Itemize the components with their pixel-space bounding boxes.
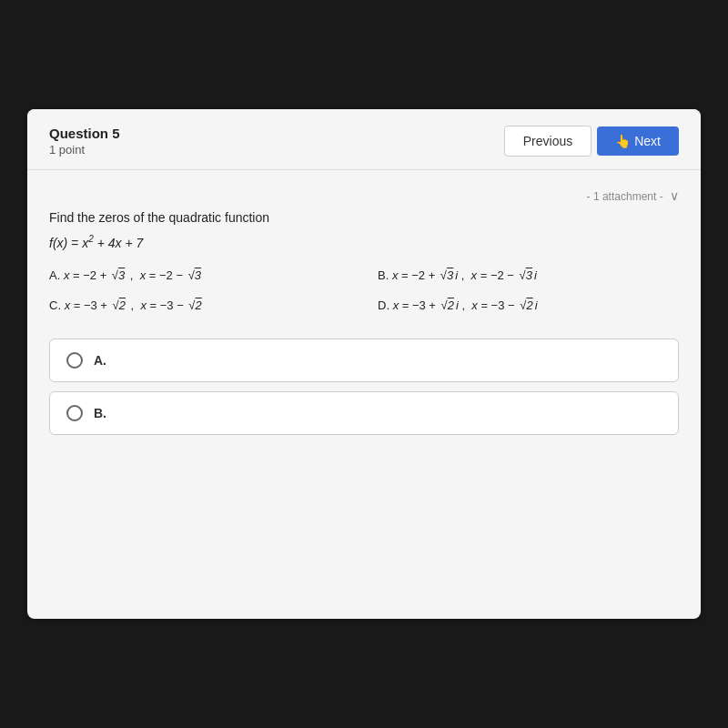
answer-option-A[interactable]: A.	[49, 339, 679, 382]
quiz-card: Question 5 1 point Previous 👆 Next - 1 a…	[27, 109, 701, 619]
next-label: Next	[634, 134, 661, 148]
card-header: Question 5 1 point Previous 👆 Next	[27, 109, 701, 170]
radio-A[interactable]	[66, 352, 83, 369]
previous-button[interactable]: Previous	[504, 126, 592, 157]
question-points: 1 point	[49, 143, 120, 157]
card-body: - 1 attachment - ∨ Find the zeros of the…	[27, 170, 701, 457]
nav-buttons: Previous 👆 Next	[504, 126, 679, 157]
function-expression: f(x) = x2 + 4x + 7	[49, 234, 679, 250]
answer-options: A. B.	[49, 339, 679, 435]
radio-B[interactable]	[66, 405, 83, 421]
question-text: Find the zeros of the quadratic function	[49, 210, 679, 225]
choice-C: C. x = −3 + 2 , x = −3 − 2	[49, 297, 350, 315]
choice-A: A. x = −2 + 3 , x = −2 − 3	[49, 267, 350, 285]
answer-label-B: B.	[94, 406, 106, 420]
next-button[interactable]: 👆 Next	[597, 126, 679, 156]
answer-option-B[interactable]: B.	[49, 391, 679, 435]
choice-B: B. x = −2 + 3i , x = −2 − 3i	[378, 267, 679, 285]
answer-label-A: A.	[94, 353, 106, 368]
attachment-line: - 1 attachment - ∨	[49, 188, 679, 203]
choices-grid: A. x = −2 + 3 , x = −2 − 3 B. x = −2 + 3…	[49, 267, 679, 315]
choice-D: D. x = −3 + 2i , x = −3 − 2i	[378, 297, 679, 315]
hand-icon: 👆	[615, 134, 631, 148]
question-title: Question 5	[49, 126, 120, 141]
question-meta: Question 5 1 point	[49, 126, 120, 157]
chevron-down-icon: ∨	[670, 188, 679, 203]
